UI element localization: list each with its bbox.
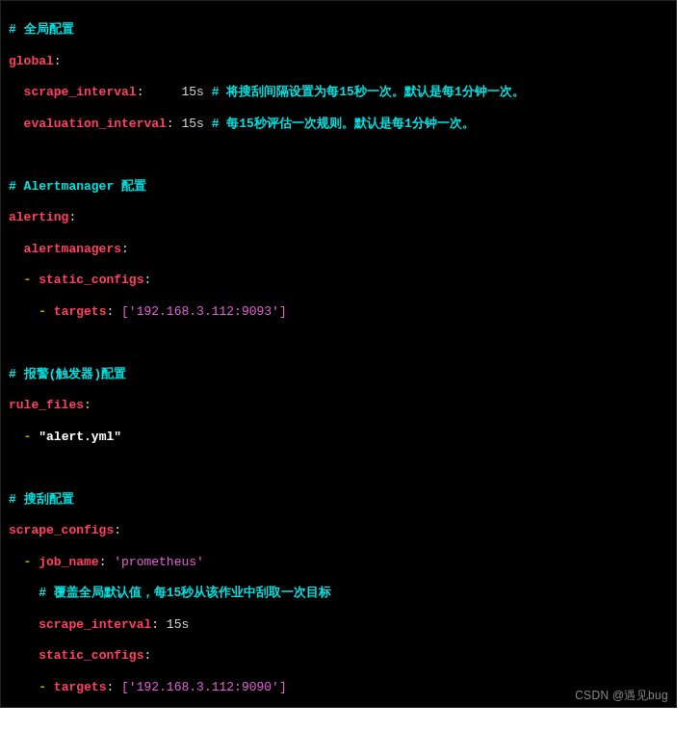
yaml-line: - static_configs: [9,273,668,288]
yaml-value: 'prometheus' [114,555,204,569]
yaml-value: ['192.168.3.112:9090'] [121,680,287,694]
yaml-value: 15s [167,617,189,632]
yaml-line: - targets: ['192.168.3.112:9093'] [9,304,668,320]
yaml-value: "alert.yml" [39,430,121,444]
comment: # 报警(触发器)配置 [9,367,126,381]
yaml-line: static_configs: [9,648,668,664]
yaml-key: alerting [9,210,68,224]
yaml-key: evaluation_interval [24,117,167,131]
yaml-line: - job_name: 'prometheus' [9,555,668,570]
yaml-key: global [9,54,54,68]
yaml-key: targets [54,304,107,319]
comment: # Alertmanager 配置 [9,179,146,194]
comment: # 每15秒评估一次规则。默认是每1分钟一次。 [212,117,475,131]
yaml-line: # Alertmanager 配置 [9,179,668,195]
yaml-line: alerting: [9,210,668,225]
terminal-view[interactable]: # 全局配置 global: scrape_interval: 15s # 将搜… [0,0,677,708]
yaml-line: scrape_configs: [9,523,668,538]
yaml-line: alertmanagers: [9,242,668,257]
yaml-value: 15s [181,85,203,99]
yaml-key: scrape_interval [39,617,151,632]
yaml-value: ['192.168.3.112:9093'] [121,304,287,319]
comment: # 全局配置 [9,22,74,37]
yaml-line: - targets: ['192.168.3.112:9090'] [9,680,668,695]
yaml-line: global: [9,54,668,69]
comment: # 覆盖全局默认值，每15秒从该作业中刮取一次目标 [39,586,331,600]
yaml-line: # 报警(触发器)配置 [9,367,668,382]
yaml-line: # 覆盖全局默认值，每15秒从该作业中刮取一次目标 [9,586,668,601]
watermark-text: CSDN @遇见bug [575,689,668,703]
yaml-line: scrape_interval: 15s [9,617,668,633]
yaml-line: scrape_interval: 15s # 将搜刮间隔设置为每15秒一次。默认… [9,85,668,100]
yaml-value: 15s [181,117,203,131]
blank-line [9,335,668,351]
yaml-line: - "alert.yml" [9,430,668,445]
blank-line [9,460,668,476]
yaml-key: scrape_interval [24,85,137,99]
yaml-key: job_name [39,555,98,569]
yaml-line: evaluation_interval: 15s # 每15秒评估一次规则。默认… [9,117,668,132]
yaml-key: scrape_configs [9,523,114,537]
yaml-key: static_configs [39,648,143,663]
yaml-line: # 全局配置 [9,22,668,38]
yaml-key: rule_files [9,398,84,412]
yaml-line: # 搜刮配置 [9,492,668,508]
comment: # 将搜刮间隔设置为每15秒一次。默认是每1分钟一次。 [212,85,525,99]
yaml-line: rule_files: [9,398,668,413]
blank-line [9,147,668,163]
yaml-key: alertmanagers [24,242,121,256]
yaml-key: static_configs [39,273,143,287]
comment: # 搜刮配置 [9,492,74,507]
yaml-key: targets [54,680,107,694]
